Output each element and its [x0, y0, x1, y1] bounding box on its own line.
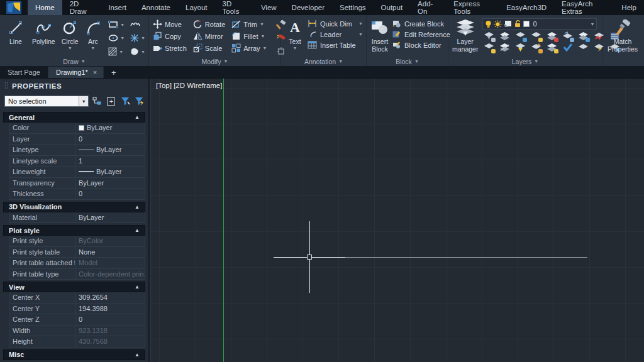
layer-isolate-icon[interactable] — [484, 31, 494, 41]
property-row-thickness[interactable]: Thickness0 — [9, 189, 145, 200]
block-editor-button[interactable]: Block Editor — [392, 41, 450, 49]
property-row-linetype-scale[interactable]: Linetype scale1 — [9, 156, 145, 167]
layer-on-all-icon[interactable] — [547, 31, 557, 41]
menu-item-easyarch-extras[interactable]: EasyArch Extras — [554, 0, 614, 15]
menu-item-output[interactable]: Output — [374, 0, 411, 15]
section-header[interactable]: View▲ — [3, 282, 145, 292]
layer-current-icon[interactable] — [562, 43, 573, 52]
point-style-icon[interactable]: ▼ — [130, 33, 145, 43]
new-tab-button[interactable]: + — [104, 67, 124, 78]
property-row-color[interactable]: ColorByLayer — [9, 123, 145, 134]
annotation-panel-label[interactable]: Annotation ▼ — [281, 57, 366, 66]
layer-manager-button[interactable]: Layer manager — [452, 18, 478, 57]
layer-change-icon[interactable] — [547, 43, 557, 52]
section-header[interactable]: 3D Visualization▲ — [3, 202, 145, 212]
draw-panel-label[interactable]: Draw ▼ — [0, 57, 148, 66]
menu-item-home[interactable]: Home — [28, 0, 62, 15]
insert-block-button[interactable]: Insert Block — [370, 18, 389, 57]
collapse-icon[interactable]: ▲ — [135, 284, 140, 290]
collapse-icon[interactable]: ▲ — [135, 352, 140, 358]
collapse-icon[interactable]: ▲ — [135, 204, 140, 210]
menu-item-2d-draw[interactable]: 2D Draw — [62, 0, 101, 15]
layers-panel-label[interactable]: Layers ▼ — [448, 57, 602, 66]
property-row-print-table-type[interactable]: Print table typeColor-dependent prin... — [9, 269, 145, 280]
text-button[interactable]: A Text ▼ — [285, 18, 305, 57]
tab-start-page[interactable]: Start Page — [0, 67, 48, 78]
quick-select-icon[interactable] — [91, 96, 103, 107]
menu-item-insert[interactable]: Insert — [101, 0, 134, 15]
tab-drawing1[interactable]: Drawing1* × — [48, 67, 104, 78]
property-row-center-z[interactable]: Center Z0 — [9, 314, 145, 326]
close-tab-icon[interactable]: × — [93, 69, 97, 76]
line-button[interactable]: Line — [4, 18, 28, 57]
section-header[interactable]: Misc▲ — [3, 349, 145, 360]
menu-item-layout[interactable]: Layout — [178, 0, 215, 15]
collapse-icon[interactable]: ▲ — [135, 114, 140, 120]
quick-dim-button[interactable]: Quick Dim ▼ — [308, 19, 363, 28]
insert-table-button[interactable]: Insert Table — [308, 41, 363, 49]
match-properties-button[interactable]: Match Properties — [606, 18, 639, 57]
move-button[interactable]: Move — [153, 19, 187, 29]
property-row-center-x[interactable]: Center X309.2654 — [9, 292, 145, 304]
arc-button[interactable]: Arc ▼ — [82, 18, 103, 57]
scale-button[interactable]: Scale — [193, 43, 225, 53]
array-button[interactable]: Array ▼ — [231, 43, 267, 53]
property-row-print-style[interactable]: Print styleByColor — [9, 236, 145, 247]
menu-item-easyarch3d[interactable]: EasyArch3D — [499, 0, 554, 15]
boundary-icon[interactable]: ▼ — [130, 47, 145, 56]
fillet-button[interactable]: Fillet ▼ — [231, 31, 267, 41]
properties-header[interactable]: PROPERTIES — [0, 79, 148, 93]
property-row-transparency[interactable]: TransparencyByLayer — [9, 178, 145, 189]
menu-item-3d-tools[interactable]: 3D Tools — [215, 0, 253, 15]
property-row-lineweight[interactable]: LineweightByLayer — [9, 167, 145, 178]
ellipse-icon[interactable]: ▼ — [108, 33, 125, 43]
layer-previous-icon[interactable] — [562, 31, 573, 41]
menu-item-express-tools[interactable]: Express Tools — [446, 0, 499, 15]
mirror-button[interactable]: Mirror — [193, 31, 225, 41]
copy-button[interactable]: Copy — [153, 31, 187, 41]
viewport-controls-label[interactable]: [Top] [2D Wireframe] — [156, 82, 222, 89]
property-row-center-y[interactable]: Center Y194.3988 — [9, 304, 145, 315]
chevron-down-icon[interactable]: ▼ — [79, 96, 88, 106]
section-header[interactable]: General▲ — [3, 112, 145, 123]
select-objects-icon[interactable]: + — [106, 96, 117, 107]
layer-off-icon[interactable] — [499, 31, 510, 41]
modify-panel-label[interactable]: Modify ▼ — [149, 57, 280, 66]
selection-dropdown[interactable]: No selection ▼ — [4, 96, 89, 107]
layer-lock-icon[interactable] — [531, 31, 541, 41]
layer-match-icon[interactable] — [531, 43, 541, 52]
section-header[interactable]: Plot style▲ — [3, 225, 145, 236]
property-row-print-table-attached[interactable]: Print table attached toModel — [9, 258, 145, 269]
menu-item-help[interactable]: Help — [614, 0, 644, 15]
drag-grip-icon[interactable] — [4, 82, 8, 90]
menu-item-annotate[interactable]: Annotate — [134, 0, 178, 15]
drawing-canvas[interactable]: [Top] [2D Wireframe] — [151, 79, 644, 362]
layer-combobox[interactable]: 0 ▼ — [482, 18, 597, 30]
collapse-icon[interactable]: ▲ — [135, 228, 140, 233]
rectangle-icon[interactable]: ▼ — [108, 20, 125, 29]
property-row-material[interactable]: MaterialByLayer — [9, 212, 145, 224]
layer-on-icon[interactable] — [484, 43, 494, 52]
revision-cloud-icon[interactable] — [130, 20, 145, 29]
menu-item-settings[interactable]: Settings — [332, 0, 374, 15]
layer-walk-icon[interactable] — [578, 43, 589, 52]
toggle-pickadd-icon[interactable] — [119, 96, 131, 107]
property-row-width[interactable]: Width923.1318 — [9, 326, 145, 337]
leader-button[interactable]: Leader ▼ — [308, 30, 363, 38]
rotate-button[interactable]: Rotate — [193, 19, 225, 29]
block-panel-label[interactable]: Block ▼ — [367, 57, 448, 66]
layer-freeze-icon[interactable] — [515, 31, 526, 41]
layer-thaw-icon[interactable] — [499, 43, 510, 52]
filter-icon[interactable] — [134, 96, 145, 107]
menu-item-view[interactable]: View — [253, 0, 284, 15]
layer-copy-icon[interactable] — [578, 31, 589, 41]
app-logo-icon[interactable] — [6, 1, 21, 14]
menu-item-developer[interactable]: Developer — [284, 0, 332, 15]
property-row-layer[interactable]: Layer0 — [9, 134, 145, 145]
menu-item-add-on[interactable]: Add-On — [410, 0, 446, 15]
property-row-linetype[interactable]: LinetypeByLayer — [9, 145, 145, 156]
edit-reference-button[interactable]: Edit Reference — [392, 30, 450, 38]
circle-button[interactable]: Circle ▼ — [60, 18, 80, 57]
property-row-height[interactable]: Height430.7568 — [9, 336, 145, 348]
trim-button[interactable]: Trim ▼ — [231, 19, 267, 29]
